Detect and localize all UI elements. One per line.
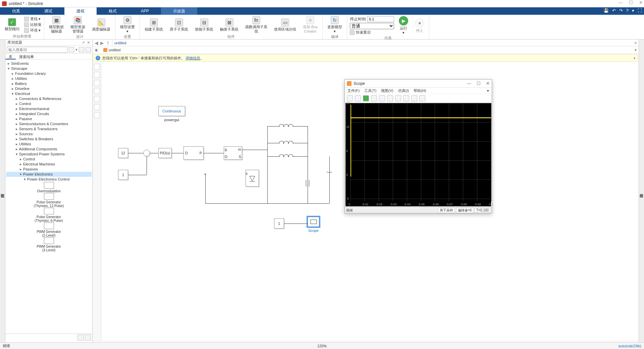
scope-measure-icon[interactable] [419,95,425,101]
tree-node[interactable]: ▾ Electrical [6,91,92,96]
status-solver[interactable]: auto(ode23tb) [619,344,642,348]
info-close-icon[interactable]: ▾ [634,56,636,60]
saturation-block[interactable]: D P [183,146,204,160]
undo-icon[interactable]: ↶ [612,8,616,13]
sim-mode-select[interactable]: 普通 [350,23,394,29]
library-block[interactable]: PWM Generator (2-Level) [6,222,92,237]
model-settings-button[interactable]: ⚙模型设置 ▾ [118,15,137,34]
tree-node[interactable]: ▸ Driveline [6,86,92,91]
run-button[interactable]: ▶运行 ▾ [397,15,410,36]
tree-node[interactable]: ▸ SimEvents [6,61,92,66]
fcn-call-subsystem-button[interactable]: fn函数调用子系 统 [243,15,269,34]
library-tree[interactable]: ▸ SimEvents▾ Simscape▸ Foundation Librar… [5,60,92,334]
stop-button[interactable]: ■停止 [413,18,426,34]
scope-max-icon[interactable]: ☐ [477,81,481,86]
scope-stop-icon[interactable] [379,95,385,101]
more-icon[interactable]: ▾ [632,8,634,13]
scope-menu-more-icon[interactable]: ▾ [487,89,489,93]
environment-button[interactable]: 环境 ▾ [24,28,41,33]
diode-block[interactable]: E [246,170,259,187]
info-link[interactable]: 详细信息 [185,56,200,61]
create-subsystem-button[interactable]: ⊞创建子系统 [143,18,165,32]
tree-node[interactable]: ▸ Additional Components [6,147,92,152]
find-button[interactable]: 查找 ▾ [24,16,41,21]
canvas-menu-icon[interactable]: ≡ [634,41,637,45]
close-icon[interactable]: ✕ [639,0,643,5]
scope-menu-view[interactable]: 视图(V) [381,88,393,93]
scope-min-icon[interactable]: — [467,81,471,86]
model-tab-drop-icon[interactable]: ▾ [635,48,637,52]
compare-button[interactable]: 比较项 [24,22,41,27]
constant-1-block[interactable]: 1 [118,170,128,180]
tree-node[interactable]: ▸ Utilities [6,142,92,147]
tree-node[interactable]: ▸ Control [6,157,92,162]
tree-node[interactable]: ▾ Power Electronics [6,172,92,177]
model-explorer-button[interactable]: 📚模型资源 管理器 [68,15,87,34]
status-zoom[interactable]: 125% [317,344,327,348]
model-tab[interactable]: untitled [100,48,124,52]
scope-zoom-icon[interactable] [395,95,401,101]
lib-undock-icon[interactable]: ↗ [82,40,85,45]
scope-autoscale-icon[interactable] [403,95,409,101]
help-icon[interactable]: ? [626,8,629,13]
constant-12-block[interactable]: 12 [118,148,128,158]
tree-node[interactable]: ▸ Foundation Library [6,71,92,76]
tab-scope[interactable]: 示波器 [161,7,197,15]
model-data-editor-button[interactable]: ▦模型数据 编辑器 [47,15,66,34]
library-block[interactable]: Pulse Generator (Thyristor, 12-Pulse) [6,193,92,208]
hide-explorer-icon[interactable]: ◉ [93,48,100,52]
library-block[interactable]: PWM Generator (3-Level) [6,237,92,252]
nav-fwd-icon[interactable]: ▶ [100,40,104,46]
scope-menu-tools[interactable]: 工具(T) [364,88,376,93]
fast-restart-button[interactable]: 快速重启 [350,30,394,35]
tree-node[interactable]: ▸ Electromechanical [6,106,92,111]
redo-icon[interactable]: ↷ [619,8,623,13]
scope-cursor-icon[interactable] [411,95,417,101]
tree-node[interactable]: ▸ Sources [6,132,92,137]
tree-node[interactable]: ▸ Utilities [6,76,92,81]
pid-block[interactable]: PID(s) [158,148,172,158]
tab-debug[interactable]: 调试 [32,7,64,15]
lib-tab-results[interactable]: 搜索结果 [16,54,37,59]
lib-foot-btn2[interactable] [85,335,91,341]
scope-constant-block[interactable]: 1 [274,218,284,229]
lib-close-icon[interactable]: ✕ [87,40,90,45]
tree-node[interactable]: ▸ Switches & Breakers [6,137,92,142]
library-block[interactable]: Overmodulation [6,182,92,193]
tab-app[interactable]: APP [129,7,161,15]
library-search-input[interactable] [7,47,67,53]
schedule-editor-button[interactable]: 📐调度编辑器 [90,18,112,32]
tree-node[interactable]: ▾ Simscape [6,66,92,71]
tree-node[interactable]: ▾ Power Electronics Control [6,177,92,182]
tree-node[interactable]: ▸ Sensors & Transducers [6,127,92,132]
tree-node[interactable]: ▸ Connectors & References [6,96,92,101]
tree-node[interactable]: ▸ Control [6,101,92,106]
nav-back-icon[interactable]: ◀ [95,40,98,46]
scope-step-fwd-icon[interactable] [371,95,377,101]
save-icon[interactable]: 💾 [603,8,609,13]
tab-modeling[interactable]: 建模 [64,7,97,15]
scope-menu-sim[interactable]: 仿真(I) [398,88,409,93]
mosfet-block[interactable]: gm DS [224,146,242,160]
palette-zoom-icon[interactable] [94,80,100,86]
powergui-block[interactable]: Continuous [158,106,185,116]
enabled-subsystem-button[interactable]: ⊟使能子系统 [193,18,215,32]
scope-close-icon[interactable]: ✕ [486,81,490,86]
lib-view2-icon[interactable] [86,47,91,52]
fullscreen-icon[interactable]: ⛶ [638,8,642,13]
lib-tab-library[interactable]: 库 [5,54,16,59]
lib-foot-btn1[interactable] [77,335,84,341]
scope-run-icon[interactable] [363,95,369,101]
palette-annotate-icon[interactable] [94,96,100,102]
update-model-button[interactable]: ↻更新模型 ▾ [325,15,344,34]
tree-node[interactable]: ▸ Electrical Machines [6,162,92,167]
palette-hide-icon[interactable] [94,64,100,70]
tree-node[interactable]: ▸ Integrated Circuits [6,111,92,116]
maximize-icon[interactable]: ☐ [629,0,633,5]
scope-block[interactable] [308,217,319,227]
stop-time-input[interactable] [367,16,394,22]
palette-image-icon[interactable] [94,104,100,110]
sum-block[interactable] [143,150,150,156]
right-dock-strip[interactable]: 插性检查器 [639,40,644,342]
atomic-subsystem-button[interactable]: ⊡原子子系统 [168,18,190,32]
